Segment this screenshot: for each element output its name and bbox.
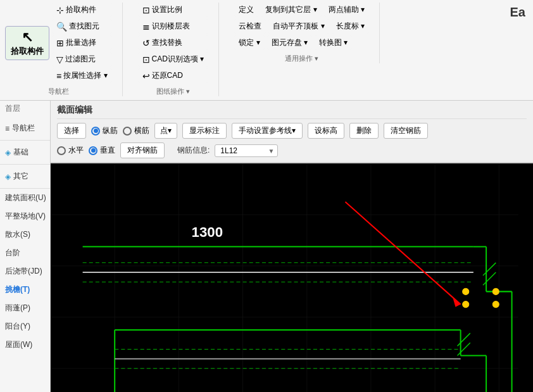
select-group-title: 导航栏 bbox=[5, 87, 112, 96]
base-icon: ◈ bbox=[5, 148, 11, 157]
select-button[interactable]: ↖ 拾取构件 bbox=[5, 26, 49, 60]
manual-ref-btn[interactable]: 手动设置参考线▾ bbox=[232, 123, 303, 139]
sidebar-item-nav[interactable]: ≡ 导航栏 bbox=[0, 119, 50, 137]
cad-options-btn[interactable]: ⊡CAD识别选项 ▾ bbox=[138, 52, 209, 66]
sidebar-item-base[interactable]: ◈ 基础 bbox=[0, 143, 50, 161]
rebar-info-label: 钢筋信息: bbox=[177, 145, 210, 156]
sidebar-item-steps[interactable]: 台阶 bbox=[0, 244, 50, 262]
vertical-radio[interactable]: 垂直 bbox=[89, 145, 115, 156]
find-replace-btn[interactable]: ↺查找替换 bbox=[138, 35, 209, 50]
sidebar-item-balcony[interactable]: 阳台(Y) bbox=[0, 317, 50, 336]
toolbar-row-1: 选择 纵筋 横筋 点▾ 显示标注 手动设置参考线▾ 设标高 删除 清空钢筋 bbox=[57, 123, 527, 139]
rebar-select[interactable]: 1L12 bbox=[215, 144, 278, 157]
transverse-radio-indicator bbox=[123, 127, 132, 136]
sidebar-item-other[interactable]: ◈ 其它 bbox=[0, 167, 50, 186]
copy-layer-btn[interactable]: 复制到其它层 ▾ bbox=[261, 3, 321, 17]
ribbon: ↖ 拾取构件 ⊹拾取构件 🔍查找图元 ⊞批量选择 ▽过滤图元 ≡按属性选择 ▾ … bbox=[0, 0, 533, 101]
drawing-group-title: 图纸操作 ▾ bbox=[138, 87, 209, 96]
sidebar-section-other: ◈ 其它 bbox=[0, 165, 50, 189]
transverse-radio[interactable]: 横筋 bbox=[123, 125, 149, 136]
sidebar: 首层 ≡ 导航栏 ◈ 基础 ◈ 其它 建筑面积(U) 平整场地(V) 散水(S)… bbox=[0, 101, 51, 392]
sidebar-item-canopy[interactable]: 雨蓬(P) bbox=[0, 299, 50, 317]
point-btn[interactable]: 点▾ bbox=[154, 123, 177, 139]
toolbar-row-2: 水平 垂直 对齐钢筋 钢筋信息: 1L12 bbox=[57, 142, 527, 158]
set-scale-btn[interactable]: ⊡设置比例 bbox=[138, 3, 209, 17]
auto-align-btn[interactable]: 自动平齐顶板 ▾ bbox=[268, 19, 329, 34]
length-mark-btn[interactable]: 长度标 ▾ bbox=[332, 19, 369, 34]
pickup-btn[interactable]: ⊹拾取构件 bbox=[52, 3, 112, 17]
floor-table-btn[interactable]: ≣识别楼层表 bbox=[138, 19, 209, 34]
sidebar-section-nav: ≡ 导航栏 bbox=[0, 117, 50, 141]
define-btn[interactable]: 定义 bbox=[234, 3, 258, 17]
ribbon-group-select: ↖ 拾取构件 ⊹拾取构件 🔍查找图元 ⊞批量选择 ▽过滤图元 ≡按属性选择 ▾ … bbox=[5, 3, 123, 96]
align-rebar-btn[interactable]: 对齐钢筋 bbox=[120, 142, 165, 158]
cad-drawing: 1300 1200 300 420 bbox=[51, 163, 533, 392]
ribbon-group-general: 定义 复制到其它层 ▾ 两点辅助 ▾ 云检查 自动平齐顶板 ▾ 长度标 ▾ 锁定… bbox=[234, 3, 380, 63]
lock-btn[interactable]: 锁定 ▾ bbox=[234, 35, 264, 50]
svg-point-33 bbox=[492, 288, 499, 294]
svg-rect-0 bbox=[51, 163, 518, 392]
select-tool-btn[interactable]: 选择 bbox=[57, 123, 86, 139]
toolbar-panel: 截面编辑 选择 纵筋 横筋 点▾ 显示标注 手动设置参考线▾ 设标高 删除 清空… bbox=[51, 101, 533, 163]
sidebar-item-roof[interactable]: 屋面(W) bbox=[0, 336, 50, 354]
horizontal-radio[interactable]: 水平 bbox=[57, 145, 84, 156]
restore-cad-btn[interactable]: ↩还原CAD bbox=[138, 68, 209, 83]
two-point-btn[interactable]: 两点辅助 ▾ bbox=[324, 3, 369, 17]
ribbon-row-general: 定义 复制到其它层 ▾ 两点辅助 ▾ 云检查 自动平齐顶板 ▾ 长度标 ▾ 锁定… bbox=[234, 3, 369, 50]
batch-select-btn[interactable]: ⊞批量选择 bbox=[52, 35, 112, 50]
ribbon-group-drawing: ⊡设置比例 ≣识别楼层表 ↺查找替换 ⊡CAD识别选项 ▾ ↩还原CAD 图纸操… bbox=[138, 3, 220, 96]
sidebar-section-base: ◈ 基础 bbox=[0, 141, 50, 165]
sidebar-item-drainage[interactable]: 散水(S) bbox=[0, 225, 50, 244]
show-mark-btn[interactable]: 显示标注 bbox=[182, 123, 227, 139]
floor-label: 首层 bbox=[0, 101, 50, 117]
attr-select-btn[interactable]: ≡按属性选择 ▾ bbox=[52, 68, 112, 83]
set-height-btn[interactable]: 设标高 bbox=[308, 123, 344, 139]
delete-btn[interactable]: 删除 bbox=[349, 123, 379, 139]
sidebar-item-floor-area[interactable]: 建筑面积(U) bbox=[0, 189, 50, 207]
rebar-select-wrapper[interactable]: 1L12 bbox=[215, 144, 278, 157]
sidebar-item-overhang[interactable]: 挑檐(T) bbox=[0, 281, 50, 299]
vertical-radio-indicator bbox=[89, 146, 97, 155]
horizontal-radio-indicator bbox=[57, 146, 66, 155]
content-area: 截面编辑 选择 纵筋 横筋 点▾ 显示标注 手动设置参考线▾ 设标高 删除 清空… bbox=[51, 101, 533, 392]
nav-icon: ≡ bbox=[5, 124, 9, 133]
sidebar-menu: 建筑面积(U) 平整场地(V) 散水(S) 台阶 后浇带(JD) 挑檐(T) 雨… bbox=[0, 189, 50, 354]
sidebar-item-post-cast[interactable]: 后浇带(JD) bbox=[0, 262, 50, 281]
filter-btn[interactable]: ▽过滤图元 bbox=[52, 52, 112, 66]
svg-text:1300: 1300 bbox=[192, 224, 223, 240]
save-element-btn[interactable]: 图元存盘 ▾ bbox=[267, 35, 312, 50]
svg-point-34 bbox=[463, 301, 469, 308]
svg-point-35 bbox=[492, 301, 499, 308]
cloud-check-btn[interactable]: 云检查 bbox=[234, 19, 266, 34]
sidebar-item-grading[interactable]: 平整场地(V) bbox=[0, 207, 50, 225]
ribbon-row-drawing: ⊡设置比例 ≣识别楼层表 ↺查找替换 ⊡CAD识别选项 ▾ ↩还原CAD bbox=[138, 3, 209, 83]
longitudinal-radio-indicator bbox=[91, 127, 100, 136]
find-btn[interactable]: 🔍查找图元 bbox=[52, 19, 112, 34]
ribbon-row: ↖ 拾取构件 ⊹拾取构件 🔍查找图元 ⊞批量选择 ▽过滤图元 ≡按属性选择 ▾ bbox=[5, 3, 112, 83]
clear-rebar-btn[interactable]: 清空钢筋 bbox=[384, 123, 428, 139]
convert-btn[interactable]: 转换图 ▾ bbox=[315, 35, 352, 50]
general-group-title: 通用操作 ▾ bbox=[234, 54, 369, 63]
panel-title: 截面编辑 bbox=[57, 104, 527, 119]
app-title: Ea bbox=[510, 5, 525, 20]
other-icon: ◈ bbox=[5, 172, 11, 181]
svg-point-32 bbox=[463, 288, 469, 294]
cad-canvas: 1300 1200 300 420 bbox=[51, 163, 533, 392]
main-layout: 首层 ≡ 导航栏 ◈ 基础 ◈ 其它 建筑面积(U) 平整场地(V) 散水(S)… bbox=[0, 101, 533, 392]
longitudinal-radio[interactable]: 纵筋 bbox=[91, 125, 118, 136]
